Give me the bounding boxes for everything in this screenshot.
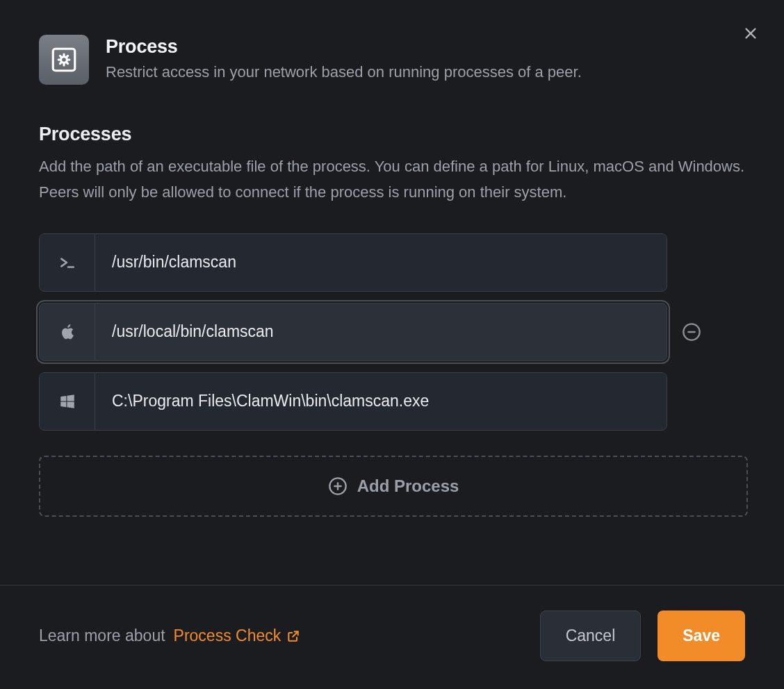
process-input-linux[interactable] [95,234,667,291]
terminal-icon [58,254,76,272]
close-button[interactable] [740,22,762,44]
close-icon [743,26,758,41]
plus-circle-icon [328,476,348,496]
add-process-button[interactable]: Add Process [39,456,748,517]
os-prefix-macos [40,304,95,360]
section-title: Processes [39,124,745,145]
section-description: Add the path of an executable file of th… [39,153,745,206]
remove-process-button[interactable] [681,322,702,342]
svg-point-3 [61,57,67,63]
process-row-linux [39,233,745,292]
process-row-windows [39,372,745,431]
modal-title: Process [106,36,582,58]
apple-icon [58,323,76,341]
process-icon [49,45,79,74]
process-input-group-windows [39,372,667,431]
modal-header: Process Restrict access in your network … [0,0,784,85]
process-input-windows[interactable] [95,373,667,430]
modal-subtitle: Restrict access in your network based on… [106,62,582,83]
footer-actions: Cancel Save [540,611,745,661]
process-input-macos[interactable] [95,304,667,360]
process-icon-box [39,35,89,85]
process-check-link[interactable]: Process Check [174,626,301,645]
footer-learn-more: Learn more about Process Check [39,626,300,645]
external-link-icon [286,629,300,643]
svg-rect-2 [53,49,75,71]
windows-icon [58,392,76,410]
os-prefix-windows [40,373,95,430]
modal-content: Processes Add the path of an executable … [0,85,784,585]
process-input-group-linux [39,233,667,292]
process-row-macos [39,303,745,361]
add-process-label: Add Process [357,476,459,496]
save-button[interactable]: Save [658,611,745,661]
process-input-group-macos [39,303,667,361]
process-check-link-text: Process Check [174,626,281,645]
learn-more-prefix: Learn more about [39,626,165,645]
header-text: Process Restrict access in your network … [106,35,582,83]
process-modal: Process Restrict access in your network … [0,0,784,689]
cancel-button[interactable]: Cancel [540,611,642,661]
modal-footer: Learn more about Process Check Cancel Sa… [0,585,784,689]
minus-circle-icon [682,322,701,342]
os-prefix-linux [40,234,95,291]
